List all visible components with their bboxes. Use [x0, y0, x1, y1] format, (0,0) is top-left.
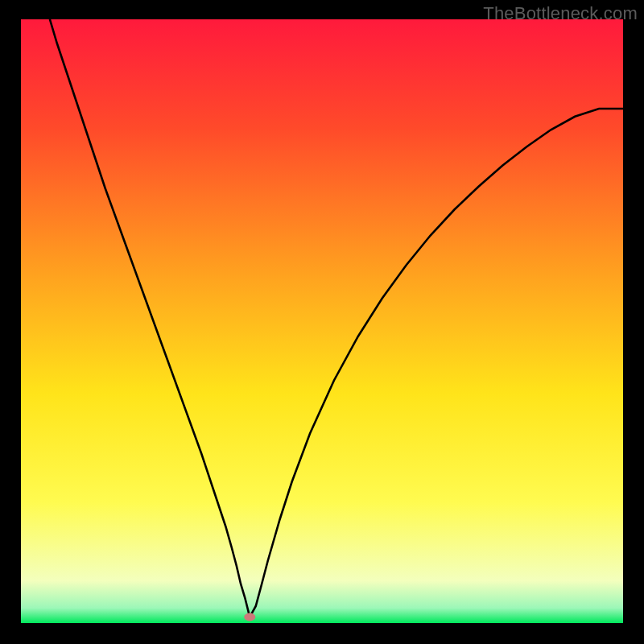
chart-background — [21, 19, 623, 623]
bottleneck-chart — [21, 19, 623, 623]
optimum-marker — [244, 613, 255, 621]
chart-frame — [21, 19, 623, 623]
watermark-text: TheBottleneck.com — [483, 3, 638, 24]
